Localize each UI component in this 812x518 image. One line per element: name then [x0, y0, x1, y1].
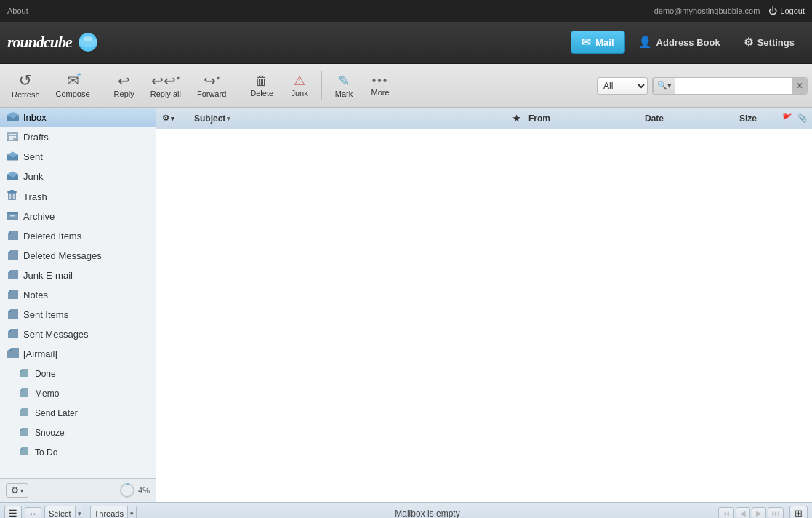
- nav-prev-button[interactable]: ◀: [736, 507, 750, 518]
- nav-next-icon: ▶: [756, 509, 762, 517]
- sidebar-item-drafts[interactable]: Drafts: [0, 127, 156, 147]
- logo: roundcube: [0, 31, 107, 54]
- list-view-button[interactable]: ☰: [4, 506, 22, 518]
- folder-list: Inbox Drafts Sent Junk: [0, 108, 156, 478]
- sidebar-item-sent-items[interactable]: Sent Items: [0, 305, 156, 324]
- expand-icon: ⊞: [795, 508, 803, 518]
- mark-label: Mark: [335, 89, 353, 98]
- sidebar-item-snooze[interactable]: Snooze: [0, 423, 156, 442]
- sidebar-item-inbox[interactable]: Inbox: [0, 108, 156, 127]
- memo-icon: [19, 388, 31, 399]
- logout-button[interactable]: ⏻ Logout: [768, 6, 805, 16]
- nav-last-button[interactable]: ⏭: [768, 507, 784, 518]
- sidebar-item-memo[interactable]: Memo: [0, 383, 156, 403]
- sidebar-item-junk[interactable]: Junk: [0, 167, 156, 186]
- delete-button[interactable]: 🗑 Delete: [243, 71, 281, 100]
- statusbar: ☰ ↔ Select ▾ Threads ▾ Mailbox is empty …: [0, 502, 812, 518]
- sidebar-item-deleted-items[interactable]: Deleted Items: [0, 226, 156, 246]
- select-label: Select: [45, 509, 75, 518]
- nav-next-button[interactable]: ▶: [752, 507, 766, 518]
- col-date-header[interactable]: Date: [640, 108, 735, 129]
- about-label: About: [7, 7, 28, 15]
- compose-button[interactable]: ✉ + Compose: [49, 71, 97, 101]
- done-label: Done: [35, 369, 56, 379]
- toolbar: ↻ Refresh ✉ + Compose ↩ Reply ↩↩ ▾ Reply…: [0, 64, 812, 108]
- col-from-header[interactable]: From: [524, 108, 640, 129]
- date-label: Date: [645, 113, 664, 124]
- forward-icon: ↩: [204, 73, 216, 88]
- delete-icon: 🗑: [255, 74, 268, 87]
- topbar: About demo@myhostingbubble.com ⏻ Logout: [0, 0, 812, 22]
- search-box-container: 🔍▾ ✕: [652, 77, 808, 95]
- refresh-button[interactable]: ↻ Refresh: [4, 70, 47, 102]
- inbox-label: Inbox: [23, 112, 47, 123]
- nav-first-icon: ⏮: [723, 509, 730, 517]
- col-star-header[interactable]: ★: [508, 108, 524, 129]
- junk-button[interactable]: ⚠ Junk: [282, 71, 317, 100]
- deleted-messages-label: Deleted Messages: [23, 250, 102, 261]
- sidebar-item-send-later[interactable]: Send Later: [0, 403, 156, 423]
- email-area: ⚙ ▾ Subject ▾ ★ From Date Size 🚩: [156, 108, 812, 502]
- user-email: demo@myhostingbubble.com: [654, 7, 760, 15]
- search-icon-btn[interactable]: 🔍▾: [653, 78, 675, 94]
- statusbar-center: Mailbox is empty: [137, 509, 718, 519]
- compose-icon: ✉ +: [67, 73, 79, 88]
- sent-items-icon: [7, 309, 19, 321]
- toolbar-sep-1: [102, 71, 102, 100]
- deleted-messages-icon: [7, 250, 19, 262]
- col-attach-header[interactable]: 📎: [796, 108, 809, 129]
- junk-folder-icon: [7, 171, 19, 183]
- archive-folder-icon: [7, 211, 19, 223]
- more-button[interactable]: ••• More: [363, 72, 398, 100]
- expand-view-button[interactable]: ⊞: [789, 506, 808, 518]
- size-label: Size: [739, 113, 757, 124]
- sidebar-settings-button[interactable]: ⚙ ▾: [6, 483, 28, 498]
- nav-addressbook-label: Address Book: [656, 37, 720, 48]
- quota-display: 4%: [119, 482, 150, 498]
- filter-select[interactable]: All Unread Flagged Unanswered: [597, 77, 648, 95]
- columns-view-button[interactable]: ↔: [25, 507, 41, 519]
- sidebar-item-airmail[interactable]: [Airmail]: [0, 344, 156, 364]
- col-options-header[interactable]: ⚙ ▾: [159, 108, 190, 129]
- reply-all-button[interactable]: ↩↩ ▾ Reply all: [143, 71, 188, 101]
- subject-sort-icon: ▾: [227, 115, 230, 122]
- sidebar-item-archive[interactable]: Archive: [0, 207, 156, 226]
- email-list-body: [156, 130, 812, 502]
- sidebar-item-trash[interactable]: Trash: [0, 186, 156, 207]
- statusbar-right: ⏮ ◀ ▶ ⏭ ⊞: [718, 506, 808, 518]
- select-arrow-button[interactable]: ▾: [75, 506, 84, 519]
- nav-addressbook-button[interactable]: 👤 Address Book: [628, 31, 731, 53]
- reply-all-label: Reply all: [150, 89, 181, 98]
- sidebar-item-deleted-messages[interactable]: Deleted Messages: [0, 246, 156, 266]
- sidebar-item-done[interactable]: Done: [0, 364, 156, 383]
- mark-button[interactable]: ✎ Mark: [326, 71, 361, 101]
- sidebar-item-notes[interactable]: Notes: [0, 285, 156, 305]
- nav-mail-button[interactable]: ✉ Mail: [571, 31, 624, 54]
- col-size-header[interactable]: Size: [735, 108, 779, 129]
- svg-rect-22: [10, 215, 15, 217]
- col-flags-header[interactable]: 🚩: [779, 108, 796, 129]
- threads-arrow-button[interactable]: ▾: [127, 506, 136, 519]
- sidebar-item-junk-email[interactable]: Junk E-mail: [0, 266, 156, 285]
- select-container: Select ▾: [44, 506, 84, 519]
- attach-icon: 📎: [797, 113, 808, 123]
- sidebar-item-sent-messages[interactable]: Sent Messages: [0, 324, 156, 344]
- trash-folder-label: Trash: [23, 191, 47, 202]
- nav-first-button[interactable]: ⏮: [718, 507, 734, 518]
- nav-last-icon: ⏭: [772, 509, 779, 517]
- sent-messages-label: Sent Messages: [23, 329, 89, 340]
- nav-settings-button[interactable]: ⚙ Settings: [733, 31, 805, 53]
- search-input[interactable]: [675, 81, 792, 91]
- col-subject-header[interactable]: Subject ▾: [190, 108, 508, 129]
- search-clear-button[interactable]: ✕: [792, 78, 807, 94]
- sidebar-item-todo[interactable]: To Do: [0, 442, 156, 462]
- reply-button[interactable]: ↩ Reply: [107, 71, 142, 101]
- email-list-header: ⚙ ▾ Subject ▾ ★ From Date Size 🚩: [156, 108, 812, 130]
- settings-nav-icon: ⚙: [744, 36, 753, 49]
- sidebar-item-sent[interactable]: Sent: [0, 147, 156, 167]
- reply-all-icon: ↩↩: [151, 73, 176, 88]
- compose-plus-icon: +: [77, 71, 81, 79]
- forward-button[interactable]: ↩ ▾ Forward: [190, 71, 233, 101]
- sidebar-bottom: ⚙ ▾ 4%: [0, 478, 156, 502]
- junk-folder-label: Junk: [23, 171, 43, 182]
